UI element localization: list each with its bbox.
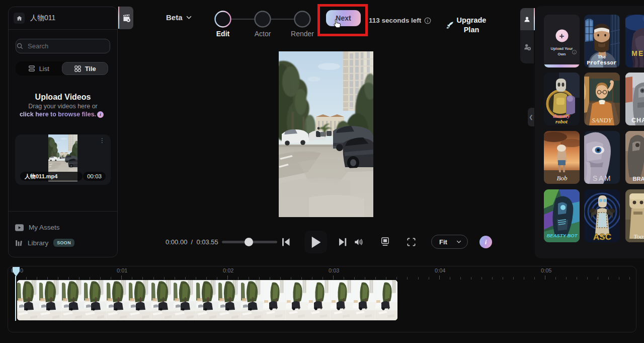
svg-text:Professor: Professor — [587, 60, 616, 66]
svg-text:Toast: Toast — [633, 233, 644, 240]
svg-text:BEASTY BOT: BEASTY BOT — [546, 233, 578, 238]
svg-text:BRAIN: BRAIN — [633, 176, 644, 182]
svg-text:SANDY: SANDY — [592, 116, 613, 124]
svg-text:CHAD: CHAD — [631, 117, 644, 124]
svg-text:Bob: Bob — [557, 174, 568, 182]
svg-text:ASC: ASC — [593, 232, 611, 242]
svg-text:The: The — [598, 55, 606, 60]
svg-text:MEL: MEL — [631, 49, 644, 57]
svg-text:SAM: SAM — [593, 174, 612, 182]
svg-text:robot: robot — [555, 118, 568, 124]
